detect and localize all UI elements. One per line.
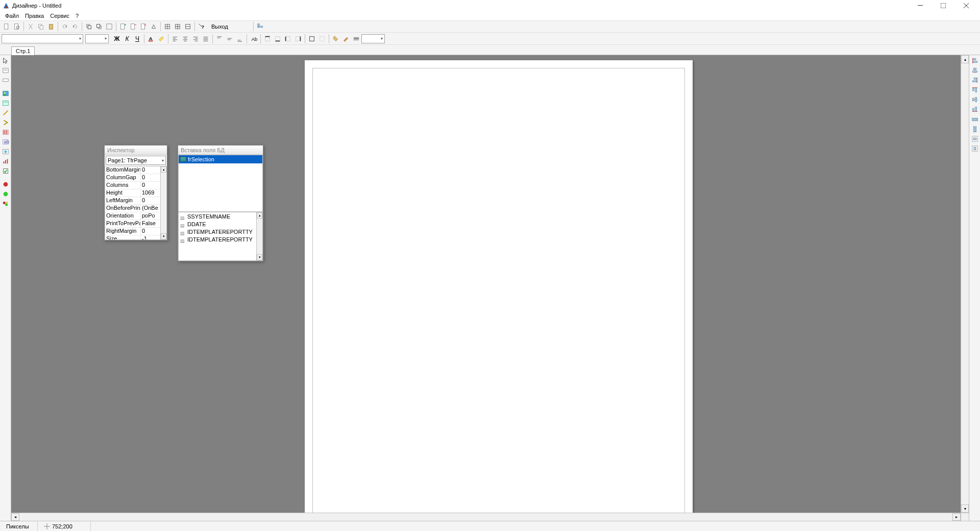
inspector-title[interactable]: Инспектор	[105, 146, 167, 155]
redo-button[interactable]	[70, 21, 80, 32]
prop-row[interactable]: BottomMargin0	[105, 166, 166, 174]
frame-color-button[interactable]	[341, 34, 351, 44]
inspector-panel[interactable]: Инспектор Page1: TfrPage ▾ BottomMargin0…	[104, 145, 167, 240]
chart-tool[interactable]	[1, 157, 10, 166]
frame-width-combo[interactable]: ▾	[361, 34, 385, 43]
font-name-combo[interactable]: ▾	[2, 34, 83, 43]
align-top-edges-button[interactable]	[970, 85, 979, 94]
frame-all-button[interactable]	[307, 34, 317, 44]
maximize-button[interactable]	[932, 0, 954, 11]
highlight-button[interactable]	[156, 34, 166, 44]
cut-button[interactable]	[26, 21, 36, 32]
pointer-tool[interactable]	[1, 56, 10, 65]
fill-color-button[interactable]	[331, 34, 341, 44]
valign-bottom-button[interactable]	[235, 34, 245, 44]
valign-top-button[interactable]	[214, 34, 225, 44]
barcode-tool[interactable]	[1, 128, 10, 137]
variables-button[interactable]	[149, 21, 159, 32]
align-left-edges-button[interactable]	[970, 56, 979, 65]
scroll-right-icon[interactable]: ▸	[952, 513, 961, 521]
inspector-close-icon[interactable]	[157, 147, 164, 154]
prop-row[interactable]: Size-1	[105, 235, 166, 240]
db-field-panel[interactable]: Вставка поля БД frSelection SSYSTEMNAME …	[178, 145, 263, 261]
text-object-tool[interactable]	[1, 66, 10, 75]
remove-page-button[interactable]	[128, 21, 138, 32]
canvas-vscrollbar[interactable]: ▴ ▾	[961, 55, 969, 513]
paste-button[interactable]	[46, 21, 56, 32]
ole-tool[interactable]	[1, 147, 10, 156]
scroll-track[interactable]	[161, 173, 166, 233]
field-list[interactable]: SSYSTEMNAME DDATE IDTEMPLATEREPORTTY IDT…	[178, 212, 263, 261]
scroll-down-icon[interactable]: ▾	[257, 254, 262, 260]
prop-row[interactable]: OrientationpoPo	[105, 212, 166, 220]
field-item[interactable]: SSYSTEMNAME	[179, 212, 262, 220]
datasource-item[interactable]: frSelection	[179, 155, 262, 163]
datasource-list[interactable]: frSelection	[178, 155, 263, 212]
menu-edit[interactable]: Правка	[22, 12, 47, 20]
prop-row[interactable]: RightMargin0	[105, 228, 166, 235]
text-rotate-button[interactable]: Ab	[249, 34, 259, 44]
send-back-button[interactable]	[94, 21, 104, 32]
menu-file[interactable]: Файл	[2, 12, 22, 20]
new-button[interactable]	[2, 21, 12, 32]
picture-tool[interactable]	[1, 89, 10, 98]
bold-button[interactable]: Ж	[112, 34, 122, 44]
field-item[interactable]: DDATE	[179, 220, 262, 228]
context-help-button[interactable]: ?	[197, 21, 207, 32]
prop-row[interactable]: PrintToPrevPaFalse	[105, 220, 166, 228]
page-settings-button[interactable]	[138, 21, 149, 32]
scroll-up-icon[interactable]: ▴	[257, 212, 262, 219]
inspector-object-combo[interactable]: Page1: TfrPage ▾	[106, 156, 166, 165]
field-item[interactable]: IDTEMPLATEREPORTTY	[179, 235, 262, 243]
align-center-button[interactable]	[180, 34, 190, 44]
align-grid-button[interactable]	[183, 21, 193, 32]
shape-tool[interactable]	[1, 118, 10, 127]
align-h-center-button[interactable]	[970, 66, 979, 75]
frame-left-button[interactable]	[283, 34, 293, 44]
space-v-button[interactable]	[970, 125, 979, 134]
bring-front-button[interactable]	[84, 21, 94, 32]
menu-service[interactable]: Сервис	[47, 12, 72, 20]
prop-row[interactable]: OnBeforePrint(OnBe	[105, 205, 166, 212]
extra-tool[interactable]	[1, 199, 10, 208]
close-button[interactable]	[954, 0, 977, 11]
scroll-down-icon[interactable]: ▾	[961, 504, 969, 513]
align-bottom-edges-button[interactable]	[970, 105, 979, 114]
prop-row[interactable]: LeftMargin0	[105, 197, 166, 205]
frame-none-button[interactable]	[317, 34, 327, 44]
canvas[interactable]: Инспектор Page1: TfrPage ▾ BottomMargin0…	[11, 55, 969, 521]
minimize-button[interactable]	[909, 0, 932, 11]
valign-middle-button[interactable]	[225, 34, 235, 44]
italic-button[interactable]: К	[122, 34, 132, 44]
snap-grid-button[interactable]	[173, 21, 183, 32]
frame-right-button[interactable]	[293, 34, 303, 44]
align-right-edges-button[interactable]	[970, 76, 979, 85]
align-left-button[interactable]	[170, 34, 180, 44]
center-h-page-button[interactable]	[970, 134, 979, 143]
menu-help[interactable]: ?	[72, 12, 82, 20]
font-size-combo[interactable]: ▾	[85, 34, 109, 43]
font-color-button[interactable]: A	[146, 34, 156, 44]
cross-tool[interactable]	[1, 180, 10, 189]
checkbox-tool[interactable]	[1, 166, 10, 176]
space-h-button[interactable]	[970, 115, 979, 124]
exit-button[interactable]: Выход	[207, 21, 233, 32]
undo-button[interactable]	[60, 21, 70, 32]
tree-button[interactable]	[255, 21, 265, 32]
field-item[interactable]: IDTEMPLATEREPORTTY	[179, 228, 262, 235]
frame-top-button[interactable]	[262, 34, 273, 44]
tab-page1[interactable]: Стр.1	[11, 46, 35, 55]
subreport-tool[interactable]	[1, 99, 10, 108]
line-tool[interactable]	[1, 108, 10, 117]
inspector-scrollbar[interactable]: ▴ ▾	[160, 166, 166, 239]
scroll-down-icon[interactable]: ▾	[161, 233, 166, 239]
copy-button[interactable]	[36, 21, 46, 32]
scroll-track[interactable]	[257, 219, 262, 254]
align-justify-button[interactable]	[201, 34, 211, 44]
inspector-property-grid[interactable]: BottomMargin0 ColumnGap0 Columns0 Height…	[105, 166, 167, 240]
report-page[interactable]	[305, 60, 693, 521]
preview-button[interactable]	[12, 21, 22, 32]
scroll-up-icon[interactable]: ▴	[961, 55, 969, 63]
scroll-left-icon[interactable]: ◂	[11, 513, 19, 521]
align-v-center-button[interactable]	[970, 95, 979, 104]
